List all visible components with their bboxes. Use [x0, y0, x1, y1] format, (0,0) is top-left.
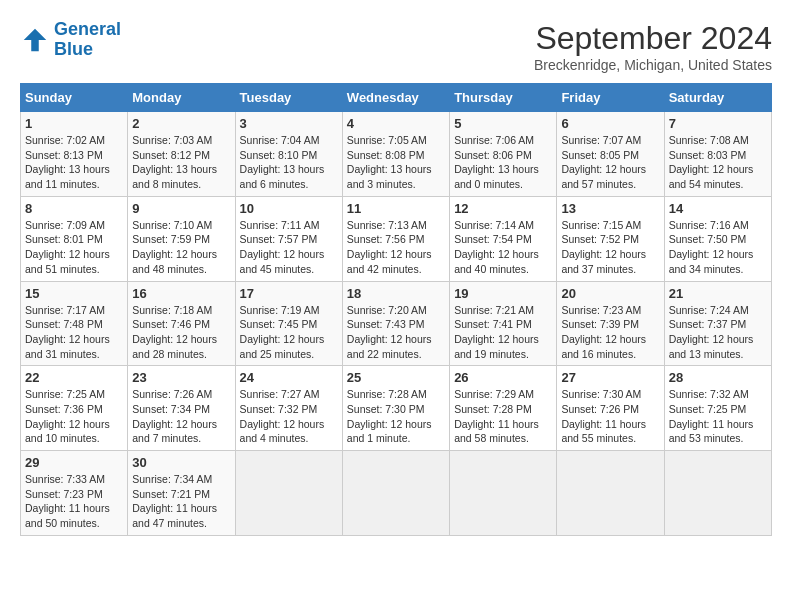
calendar-cell: 22 Sunrise: 7:25 AM Sunset: 7:36 PM Dayl… [21, 366, 128, 451]
day-number: 12 [454, 201, 552, 216]
calendar-cell: 18 Sunrise: 7:20 AM Sunset: 7:43 PM Dayl… [342, 281, 449, 366]
day-info: Sunrise: 7:04 AM Sunset: 8:10 PM Dayligh… [240, 133, 338, 192]
calendar-cell [450, 451, 557, 536]
calendar-cell: 25 Sunrise: 7:28 AM Sunset: 7:30 PM Dayl… [342, 366, 449, 451]
day-number: 28 [669, 370, 767, 385]
location: Breckenridge, Michigan, United States [534, 57, 772, 73]
logo: General Blue [20, 20, 121, 60]
day-info: Sunrise: 7:09 AM Sunset: 8:01 PM Dayligh… [25, 218, 123, 277]
day-number: 21 [669, 286, 767, 301]
weekday-header-wednesday: Wednesday [342, 84, 449, 112]
calendar-cell: 10 Sunrise: 7:11 AM Sunset: 7:57 PM Dayl… [235, 196, 342, 281]
day-info: Sunrise: 7:19 AM Sunset: 7:45 PM Dayligh… [240, 303, 338, 362]
calendar-cell: 16 Sunrise: 7:18 AM Sunset: 7:46 PM Dayl… [128, 281, 235, 366]
day-number: 11 [347, 201, 445, 216]
calendar-week-5: 29 Sunrise: 7:33 AM Sunset: 7:23 PM Dayl… [21, 451, 772, 536]
logo-blue: Blue [54, 39, 93, 59]
calendar-cell: 12 Sunrise: 7:14 AM Sunset: 7:54 PM Dayl… [450, 196, 557, 281]
day-info: Sunrise: 7:21 AM Sunset: 7:41 PM Dayligh… [454, 303, 552, 362]
day-number: 19 [454, 286, 552, 301]
calendar-cell: 19 Sunrise: 7:21 AM Sunset: 7:41 PM Dayl… [450, 281, 557, 366]
day-number: 1 [25, 116, 123, 131]
calendar-cell: 23 Sunrise: 7:26 AM Sunset: 7:34 PM Dayl… [128, 366, 235, 451]
day-info: Sunrise: 7:15 AM Sunset: 7:52 PM Dayligh… [561, 218, 659, 277]
calendar-cell: 15 Sunrise: 7:17 AM Sunset: 7:48 PM Dayl… [21, 281, 128, 366]
calendar-cell: 29 Sunrise: 7:33 AM Sunset: 7:23 PM Dayl… [21, 451, 128, 536]
day-info: Sunrise: 7:28 AM Sunset: 7:30 PM Dayligh… [347, 387, 445, 446]
calendar-cell [342, 451, 449, 536]
day-number: 16 [132, 286, 230, 301]
day-number: 5 [454, 116, 552, 131]
day-info: Sunrise: 7:10 AM Sunset: 7:59 PM Dayligh… [132, 218, 230, 277]
day-info: Sunrise: 7:11 AM Sunset: 7:57 PM Dayligh… [240, 218, 338, 277]
calendar-cell [235, 451, 342, 536]
day-info: Sunrise: 7:02 AM Sunset: 8:13 PM Dayligh… [25, 133, 123, 192]
day-number: 13 [561, 201, 659, 216]
calendar-cell: 8 Sunrise: 7:09 AM Sunset: 8:01 PM Dayli… [21, 196, 128, 281]
day-number: 17 [240, 286, 338, 301]
day-info: Sunrise: 7:17 AM Sunset: 7:48 PM Dayligh… [25, 303, 123, 362]
svg-marker-0 [24, 29, 47, 52]
day-number: 10 [240, 201, 338, 216]
calendar-cell [664, 451, 771, 536]
weekday-header-friday: Friday [557, 84, 664, 112]
day-info: Sunrise: 7:13 AM Sunset: 7:56 PM Dayligh… [347, 218, 445, 277]
day-number: 29 [25, 455, 123, 470]
day-info: Sunrise: 7:06 AM Sunset: 8:06 PM Dayligh… [454, 133, 552, 192]
calendar-cell: 30 Sunrise: 7:34 AM Sunset: 7:21 PM Dayl… [128, 451, 235, 536]
day-info: Sunrise: 7:14 AM Sunset: 7:54 PM Dayligh… [454, 218, 552, 277]
day-info: Sunrise: 7:03 AM Sunset: 8:12 PM Dayligh… [132, 133, 230, 192]
day-info: Sunrise: 7:05 AM Sunset: 8:08 PM Dayligh… [347, 133, 445, 192]
day-number: 7 [669, 116, 767, 131]
day-number: 6 [561, 116, 659, 131]
calendar-table: SundayMondayTuesdayWednesdayThursdayFrid… [20, 83, 772, 536]
day-number: 9 [132, 201, 230, 216]
day-number: 20 [561, 286, 659, 301]
day-info: Sunrise: 7:34 AM Sunset: 7:21 PM Dayligh… [132, 472, 230, 531]
day-info: Sunrise: 7:08 AM Sunset: 8:03 PM Dayligh… [669, 133, 767, 192]
month-title: September 2024 [534, 20, 772, 57]
day-info: Sunrise: 7:25 AM Sunset: 7:36 PM Dayligh… [25, 387, 123, 446]
calendar-cell: 27 Sunrise: 7:30 AM Sunset: 7:26 PM Dayl… [557, 366, 664, 451]
calendar-cell: 26 Sunrise: 7:29 AM Sunset: 7:28 PM Dayl… [450, 366, 557, 451]
day-info: Sunrise: 7:23 AM Sunset: 7:39 PM Dayligh… [561, 303, 659, 362]
day-info: Sunrise: 7:29 AM Sunset: 7:28 PM Dayligh… [454, 387, 552, 446]
calendar-cell: 21 Sunrise: 7:24 AM Sunset: 7:37 PM Dayl… [664, 281, 771, 366]
calendar-cell: 28 Sunrise: 7:32 AM Sunset: 7:25 PM Dayl… [664, 366, 771, 451]
day-number: 4 [347, 116, 445, 131]
logo-text: General Blue [54, 20, 121, 60]
day-number: 8 [25, 201, 123, 216]
calendar-cell: 11 Sunrise: 7:13 AM Sunset: 7:56 PM Dayl… [342, 196, 449, 281]
weekday-header-tuesday: Tuesday [235, 84, 342, 112]
calendar-cell: 2 Sunrise: 7:03 AM Sunset: 8:12 PM Dayli… [128, 112, 235, 197]
calendar-cell: 6 Sunrise: 7:07 AM Sunset: 8:05 PM Dayli… [557, 112, 664, 197]
calendar-cell: 5 Sunrise: 7:06 AM Sunset: 8:06 PM Dayli… [450, 112, 557, 197]
day-number: 23 [132, 370, 230, 385]
day-number: 26 [454, 370, 552, 385]
day-info: Sunrise: 7:20 AM Sunset: 7:43 PM Dayligh… [347, 303, 445, 362]
calendar-cell: 7 Sunrise: 7:08 AM Sunset: 8:03 PM Dayli… [664, 112, 771, 197]
weekday-header-saturday: Saturday [664, 84, 771, 112]
calendar-cell: 9 Sunrise: 7:10 AM Sunset: 7:59 PM Dayli… [128, 196, 235, 281]
day-info: Sunrise: 7:30 AM Sunset: 7:26 PM Dayligh… [561, 387, 659, 446]
calendar-cell: 3 Sunrise: 7:04 AM Sunset: 8:10 PM Dayli… [235, 112, 342, 197]
weekday-header-monday: Monday [128, 84, 235, 112]
calendar-cell: 24 Sunrise: 7:27 AM Sunset: 7:32 PM Dayl… [235, 366, 342, 451]
day-info: Sunrise: 7:32 AM Sunset: 7:25 PM Dayligh… [669, 387, 767, 446]
day-number: 2 [132, 116, 230, 131]
calendar-cell: 13 Sunrise: 7:15 AM Sunset: 7:52 PM Dayl… [557, 196, 664, 281]
day-number: 3 [240, 116, 338, 131]
logo-icon [20, 25, 50, 55]
day-info: Sunrise: 7:27 AM Sunset: 7:32 PM Dayligh… [240, 387, 338, 446]
day-number: 14 [669, 201, 767, 216]
day-number: 22 [25, 370, 123, 385]
header-row: SundayMondayTuesdayWednesdayThursdayFrid… [21, 84, 772, 112]
day-info: Sunrise: 7:33 AM Sunset: 7:23 PM Dayligh… [25, 472, 123, 531]
calendar-week-3: 15 Sunrise: 7:17 AM Sunset: 7:48 PM Dayl… [21, 281, 772, 366]
day-info: Sunrise: 7:07 AM Sunset: 8:05 PM Dayligh… [561, 133, 659, 192]
logo-general: General [54, 19, 121, 39]
day-info: Sunrise: 7:24 AM Sunset: 7:37 PM Dayligh… [669, 303, 767, 362]
day-number: 24 [240, 370, 338, 385]
page-header: General Blue September 2024 Breckenridge… [20, 20, 772, 73]
calendar-cell: 20 Sunrise: 7:23 AM Sunset: 7:39 PM Dayl… [557, 281, 664, 366]
